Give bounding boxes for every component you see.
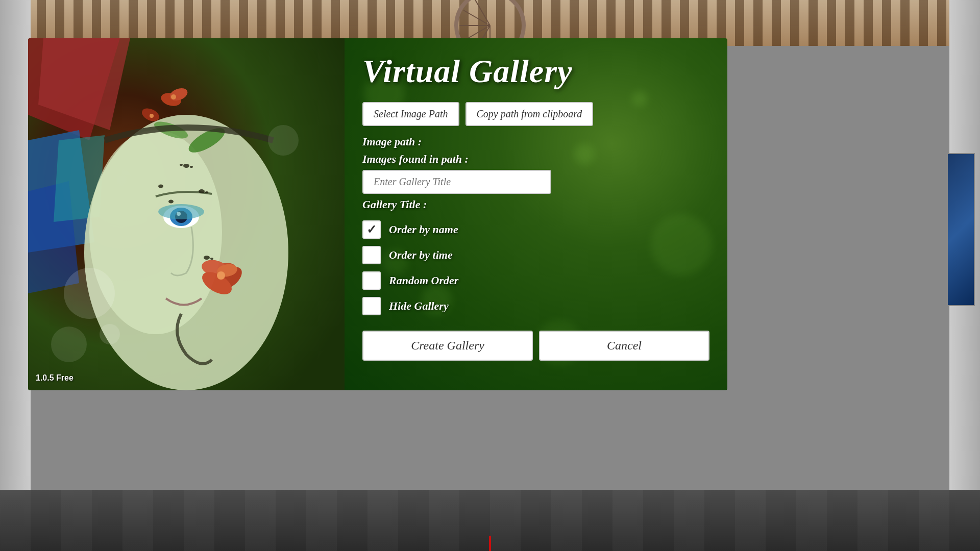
svg-point-25 — [190, 166, 193, 168]
svg-point-31 — [210, 258, 213, 260]
action-button-row: Create Gallery Cancel — [362, 331, 709, 361]
gallery-title-input[interactable] — [362, 170, 551, 194]
svg-point-18 — [217, 271, 225, 280]
hide-gallery-checkbox[interactable] — [362, 297, 381, 315]
svg-point-23 — [150, 114, 154, 118]
svg-point-29 — [168, 200, 174, 204]
svg-point-30 — [204, 256, 210, 260]
order-by-time-label: Order by time — [389, 248, 453, 262]
images-found-label: Images found in path : — [362, 153, 709, 166]
face-art-svg — [28, 38, 345, 390]
scene-background: Virtual Gallery Select Image Path Copy p… — [0, 0, 980, 551]
checkbox-group: Order by name Order by time Random Order… — [362, 220, 709, 315]
hide-gallery-item[interactable]: Hide Gallery — [362, 297, 709, 315]
order-by-name-checkbox[interactable] — [362, 220, 381, 239]
random-order-checkbox[interactable] — [362, 271, 381, 290]
content-area: Virtual Gallery Select Image Path Copy p… — [345, 38, 727, 390]
hide-gallery-label: Hide Gallery — [389, 299, 449, 313]
page-title: Virtual Gallery — [362, 54, 709, 89]
image-path-label: Image path : — [362, 135, 709, 148]
svg-point-26 — [180, 164, 183, 166]
order-by-name-label: Order by name — [389, 223, 458, 236]
order-by-time-checkbox[interactable] — [362, 246, 381, 264]
gallery-title-label: Gallery Title : — [362, 198, 709, 211]
random-order-item[interactable]: Random Order — [362, 271, 709, 290]
create-gallery-button[interactable]: Create Gallery — [362, 331, 533, 361]
svg-point-27 — [199, 189, 205, 193]
copy-path-button[interactable]: Copy path from clipboard — [465, 102, 594, 126]
main-dialog: Virtual Gallery Select Image Path Copy p… — [28, 38, 727, 390]
svg-point-24 — [183, 164, 189, 168]
random-order-label: Random Order — [389, 274, 458, 287]
top-button-row: Select Image Path Copy path from clipboa… — [362, 102, 709, 126]
svg-point-12 — [158, 204, 204, 219]
select-image-path-button[interactable]: Select Image Path — [362, 102, 459, 126]
svg-point-38 — [268, 125, 299, 156]
svg-point-36 — [51, 327, 87, 362]
right-wall — [949, 0, 980, 551]
right-wall-artwork — [947, 153, 975, 306]
order-by-time-item[interactable]: Order by time — [362, 246, 709, 264]
order-by-name-item[interactable]: Order by name — [362, 220, 709, 239]
svg-point-37 — [100, 324, 120, 344]
version-label: 1.0.5 Free — [36, 373, 74, 383]
svg-point-21 — [171, 94, 176, 99]
svg-point-32 — [158, 185, 163, 188]
cursor-indicator — [489, 536, 491, 551]
cancel-button[interactable]: Cancel — [539, 331, 709, 361]
svg-point-28 — [205, 191, 208, 193]
left-wall — [0, 0, 31, 551]
face-background — [28, 38, 345, 390]
svg-point-35 — [64, 268, 115, 319]
